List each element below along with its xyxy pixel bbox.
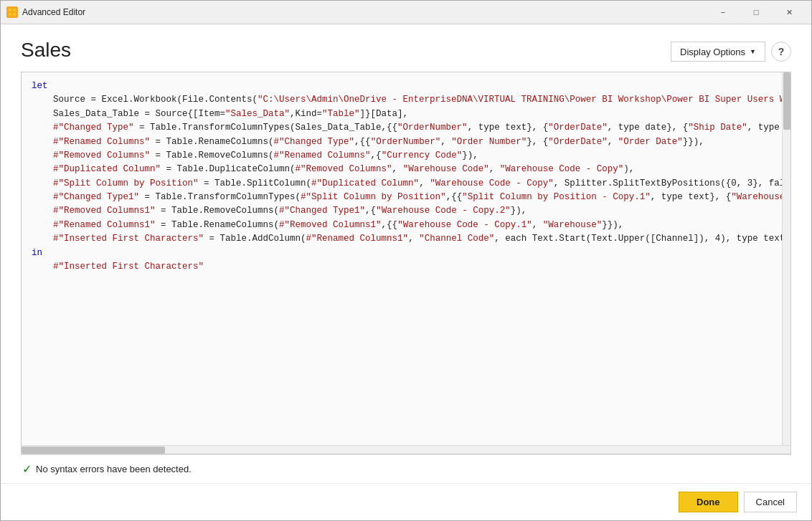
- editor-container[interactable]: let Source = Excel.Workbook(File.Content…: [21, 72, 791, 454]
- header-right: Display Options ▼ ?: [671, 42, 791, 62]
- horizontal-scrollbar-thumb[interactable]: [22, 446, 165, 454]
- window-header: Sales Display Options ▼ ?: [21, 39, 791, 62]
- page-title: Sales: [21, 39, 71, 62]
- editor-scroll-area[interactable]: let Source = Excel.Workbook(File.Content…: [22, 72, 790, 445]
- svg-rect-2: [9, 13, 11, 16]
- title-bar-text: Advanced Editor: [22, 7, 707, 17]
- svg-rect-0: [9, 9, 11, 11]
- cancel-button[interactable]: Cancel: [744, 492, 797, 512]
- editor-content[interactable]: let Source = Excel.Workbook(File.Content…: [22, 80, 790, 274]
- maximize-button[interactable]: □: [740, 1, 773, 24]
- app-icon: [6, 6, 18, 18]
- display-options-label: Display Options: [680, 47, 745, 57]
- svg-rect-3: [13, 13, 16, 16]
- help-icon: ?: [778, 46, 785, 57]
- done-button[interactable]: Done: [679, 492, 738, 512]
- advanced-editor-window: Advanced Editor − □ ✕ Sales Display Opti…: [0, 0, 812, 521]
- title-bar: Advanced Editor − □ ✕: [1, 1, 811, 24]
- status-text: No syntax errors have been detected.: [36, 464, 192, 474]
- svg-rect-1: [13, 9, 16, 11]
- status-bar: ✓ No syntax errors have been detected.: [21, 454, 791, 483]
- window-body: Sales Display Options ▼ ? let Source = E…: [1, 24, 811, 483]
- help-button[interactable]: ?: [771, 42, 791, 62]
- horizontal-scrollbar[interactable]: [22, 445, 790, 454]
- minimize-button[interactable]: −: [707, 1, 740, 24]
- vertical-scrollbar-thumb[interactable]: [783, 72, 790, 130]
- display-options-button[interactable]: Display Options ▼: [671, 42, 765, 62]
- vertical-scrollbar[interactable]: [782, 72, 790, 445]
- footer: Done Cancel: [1, 483, 811, 520]
- status-checkmark-icon: ✓: [22, 462, 32, 476]
- close-button[interactable]: ✕: [773, 1, 806, 24]
- chevron-down-icon: ▼: [750, 48, 756, 55]
- title-bar-controls: − □ ✕: [707, 1, 806, 24]
